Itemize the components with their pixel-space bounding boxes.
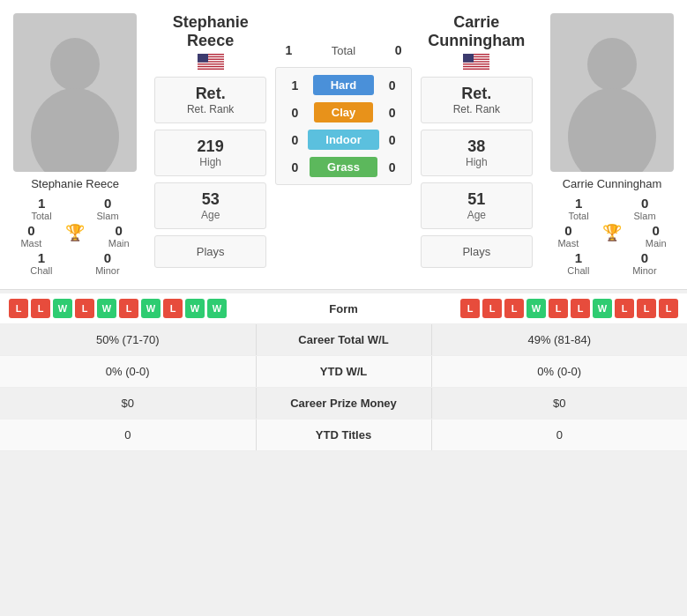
player2-high-label: High <box>429 156 525 168</box>
player1-slam-label: Slam <box>97 211 119 221</box>
form-badge: W <box>593 299 612 318</box>
player2-slam-value: 0 <box>641 196 648 211</box>
stats-p2-value: 0% (0-0) <box>432 356 688 387</box>
player1-header: StephanieReece Ret. <box>154 13 266 268</box>
player2-plays-label: Plays <box>430 245 523 258</box>
player2-avatar <box>550 13 674 172</box>
player1-main-value: 0 <box>116 223 123 238</box>
player2-age-box: 51 Age <box>421 182 533 229</box>
form-badge: L <box>659 299 678 318</box>
form-badge: L <box>75 299 94 318</box>
h2h-total-row: 1 Total 0 <box>275 40 411 61</box>
h2h-middle: 1 Total 0 1 Hard 0 0 Clay 0 <box>275 13 411 275</box>
stats-row: 0% (0-0) YTD W/L 0% (0-0) <box>0 356 687 388</box>
h2h-total-p1: 1 <box>275 43 302 57</box>
player2-minor-label: Minor <box>632 265 657 276</box>
player1-rank-label: Ret. Rank <box>162 103 258 115</box>
h2h-hard-p2: 0 <box>379 78 406 93</box>
svg-point-1 <box>31 88 119 172</box>
stats-p1-value: 0% (0-0) <box>0 356 256 387</box>
player2-total-value: 1 <box>575 196 582 211</box>
form-badge: L <box>571 299 590 318</box>
player1-mast-value: 0 <box>27 223 34 238</box>
player2-mast-value: 0 <box>564 223 571 238</box>
player1-photo-section: Stephanie Reece 1 Total 0 Slam 0 Mast 🏆 <box>0 9 150 280</box>
player2-stats: 1 Total 0 Slam 0 Mast 🏆 0 Main <box>546 196 678 276</box>
form-badge: L <box>9 299 28 318</box>
player2-rank-label: Ret. Rank <box>429 103 525 115</box>
player1-mast-label: Mast <box>20 238 41 249</box>
h2h-hard-row: 1 Hard 0 <box>281 73 405 97</box>
form-badge: W <box>97 299 116 318</box>
player1-slam-value: 0 <box>104 196 111 211</box>
player2-minor-value: 0 <box>641 250 648 265</box>
form-badge: L <box>615 299 634 318</box>
player1-stats: 1 Total 0 Slam 0 Mast 🏆 0 Main <box>9 196 141 276</box>
stats-p1-value: 50% (71-70) <box>0 324 256 355</box>
h2h-surfaces: 1 Hard 0 0 Clay 0 0 Indoor 0 <box>275 67 411 185</box>
svg-rect-17 <box>463 54 474 63</box>
h2h-grass-p2: 0 <box>379 160 406 174</box>
form-badge: L <box>504 299 524 318</box>
player1-plays-label: Plays <box>164 245 257 258</box>
player1-minor-value: 0 <box>104 250 111 265</box>
player2-flag <box>463 54 489 74</box>
svg-rect-8 <box>198 67 224 68</box>
player1-age-label: Age <box>162 209 258 221</box>
center-stats-section: StephanieReece Ret. <box>150 9 537 280</box>
player1-ret-rank: Ret. Ret. Rank <box>154 77 266 123</box>
player2-age-label: Age <box>429 209 525 221</box>
form-label: Form <box>329 302 358 315</box>
stats-p2-value: 0 <box>432 419 688 450</box>
player2-name: Carrie Cunningham <box>563 177 662 190</box>
player2-ret-value: Ret. <box>429 85 525 103</box>
player2-main-label: Main <box>646 238 667 249</box>
indoor-surface-btn: Indoor <box>308 130 378 150</box>
player1-age-box: 53 Age <box>154 182 266 229</box>
stats-center-label: YTD W/L <box>256 356 432 387</box>
player2-form-badges: LLLWLLWLLL <box>460 299 678 318</box>
player1-name: Stephanie Reece <box>31 177 119 190</box>
form-badge: W <box>207 299 227 318</box>
svg-rect-9 <box>198 54 208 63</box>
player1-minor-label: Minor <box>95 265 120 276</box>
player1-chall-value: 1 <box>38 250 45 265</box>
player1-trophy-icon: 🏆 <box>65 223 85 242</box>
stats-center-label: YTD Titles <box>256 419 432 450</box>
svg-rect-14 <box>463 63 489 63</box>
stats-center-label: Career Prize Money <box>256 388 432 419</box>
h2h-clay-p2: 0 <box>379 106 406 120</box>
svg-rect-15 <box>463 64 489 65</box>
form-badge: W <box>53 299 72 318</box>
player1-main-label: Main <box>108 238 130 249</box>
player2-mast-label: Mast <box>557 238 579 249</box>
form-badge: L <box>482 299 502 318</box>
player1-high-value: 219 <box>162 137 258 156</box>
form-badge: L <box>549 299 568 318</box>
svg-rect-6 <box>198 63 224 63</box>
svg-point-0 <box>50 38 100 91</box>
player1-plays-box: Plays <box>154 235 266 268</box>
player1-avatar <box>13 13 137 172</box>
player2-main-value: 0 <box>653 223 660 238</box>
form-badge: L <box>163 299 183 318</box>
form-badge: W <box>141 299 161 318</box>
player2-big-name: CarrieCunningham <box>428 13 525 50</box>
clay-surface-btn: Clay <box>314 102 373 122</box>
player2-ret-rank: Ret. Ret. Rank <box>421 77 533 123</box>
player2-trophy-icon: 🏆 <box>602 223 622 242</box>
form-badge: L <box>460 299 480 318</box>
stats-row: $0 Career Prize Money $0 <box>0 388 687 419</box>
player2-header: CarrieCunningham Ret. <box>421 13 533 268</box>
h2h-indoor-p1: 0 <box>281 133 308 147</box>
h2h-clay-row: 0 Clay 0 <box>281 100 405 124</box>
player2-chall-value: 1 <box>575 250 582 265</box>
h2h-total-label: Total <box>302 44 385 57</box>
h2h-hard-p1: 1 <box>281 78 308 93</box>
form-badge: W <box>185 299 205 318</box>
svg-point-18 <box>587 38 637 91</box>
h2h-grass-p1: 0 <box>281 160 308 174</box>
stats-rows-container: 50% (71-70) Career Total W/L 49% (81-84)… <box>0 324 687 451</box>
grass-surface-btn: Grass <box>310 157 377 177</box>
player1-form-badges: LLWLWLWLWW <box>9 299 227 318</box>
